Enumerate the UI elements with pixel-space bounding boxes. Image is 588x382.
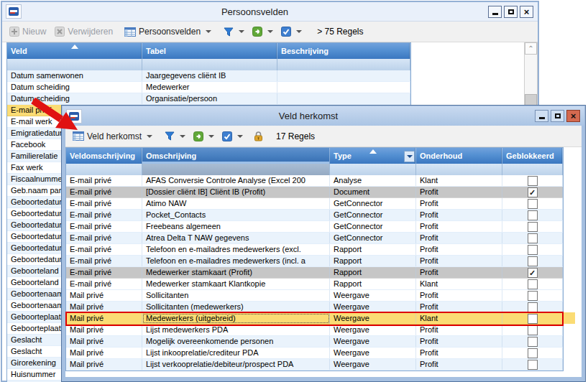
table-row[interactable]: Datum scheidingOrganisatie/persoon (7, 93, 410, 105)
filter-cell-tabel[interactable] (142, 59, 277, 70)
veld-herkomst-titlebar[interactable]: Veld herkomst (63, 106, 584, 126)
geblokkeerd-checkbox[interactable] (528, 325, 538, 335)
verwijderen-button[interactable]: Verwijderen (52, 24, 116, 39)
table-row[interactable]: E-mail privéPocket_ContactsGetConnectorP… (66, 210, 563, 221)
cell-onderhoud: Profit (416, 221, 502, 232)
window-controls (535, 110, 580, 122)
cell-type: Rapport (330, 267, 416, 278)
minimize-button[interactable] (488, 6, 502, 18)
geblokkeerd-checkbox[interactable] (528, 256, 538, 266)
chevron-down-icon (237, 135, 243, 138)
table-row[interactable]: Datum scheidingMedewerker (7, 82, 410, 93)
geblokkeerd-checkbox[interactable] (528, 199, 538, 209)
geblokkeerd-checkbox[interactable] (528, 360, 538, 370)
cell-onderhoud: Profit (416, 210, 502, 220)
table-row[interactable]: Mail privéMogelijk overeenkomende person… (66, 336, 563, 348)
geblokkeerd-checkbox[interactable] (528, 210, 538, 220)
nieuw-label: Nieuw (22, 27, 46, 37)
table-row[interactable]: Mail privéSollicitantenWeergaveProfit (66, 290, 563, 302)
table-row[interactable]: E-mail privéMedewerker stamkaart Klantko… (66, 279, 563, 290)
cell-type: Rapport (330, 279, 416, 289)
geblokkeerd-checkbox[interactable] (528, 279, 538, 289)
minimize-button[interactable] (535, 110, 548, 122)
table-row[interactable]: Mail privéMedewerkers (uitgebreid)Weerga… (66, 313, 563, 325)
column-header-beschrijving[interactable]: Beschrijving (277, 43, 410, 59)
table-row[interactable]: E-mail privéAtimo NAWGetConnectorProfit (66, 198, 563, 210)
filter-cell-onderhoud[interactable] (416, 164, 502, 175)
persoonsvelden-menu-button[interactable]: Persoonsvelden (121, 24, 216, 39)
minimize-icon (492, 9, 498, 15)
maximize-button[interactable] (551, 110, 564, 122)
close-button[interactable] (566, 110, 580, 122)
filter-cell-geblokkeerd[interactable] (502, 164, 563, 175)
geblokkeerd-checkbox[interactable] (528, 222, 538, 232)
table-row[interactable]: E-mail privéAtrea Delta T NAW gegevensGe… (66, 233, 563, 244)
geblokkeerd-checkbox[interactable] (528, 245, 538, 255)
filter-cell-omschrijving[interactable] (142, 164, 330, 175)
filter-button[interactable] (221, 24, 249, 39)
maximize-button[interactable] (504, 6, 518, 18)
table-row[interactable]: E-mail privé[Dossier cliënt IB] Cliënt I… (66, 187, 563, 198)
chevron-down-icon (407, 155, 413, 158)
geblokkeerd-checkbox[interactable] (528, 176, 538, 186)
column-header-onderhoud[interactable]: Onderhoud (416, 148, 502, 164)
table-row[interactable]: E-mail privéFreebeans algemeenGetConnect… (66, 221, 563, 233)
grid-filter-row (66, 164, 563, 175)
table-row[interactable]: Mail privéLijst inkooprelatie/crediteur … (66, 348, 563, 359)
export-button[interactable] (249, 24, 278, 39)
column-header-geblokkeerd[interactable]: Geblokkeerd (502, 148, 563, 164)
cell-onderhoud: Profit (416, 325, 502, 335)
veld-herkomst-menu-button[interactable]: Veld herkomst (70, 129, 157, 144)
cell-veldomschrijving: E-mail privé (66, 175, 142, 186)
app-logo-icon (66, 109, 82, 124)
cell-onderhoud: Profit (416, 267, 502, 278)
column-header-omschrijving[interactable]: Omschrijving (142, 148, 330, 164)
table-row[interactable]: Datum samenwonenJaargegevens cliënt IB (7, 70, 410, 82)
table-row[interactable]: E-mail privéAFAS Conversie Controle Anal… (66, 175, 563, 187)
table-row[interactable]: Mail privéSollicitanten (medewerkers)Wee… (66, 302, 563, 313)
filter-cell-veldomschrijving[interactable] (66, 164, 142, 175)
filter-cell-type[interactable] (330, 164, 416, 175)
select-button[interactable] (219, 129, 248, 144)
veld-herkomst-grid: VeldomschrijvingOmschrijvingTypeOnderhou… (65, 147, 564, 371)
table-row[interactable]: Mail privéLijst medewerkers PDAWeergaveP… (66, 325, 563, 336)
filter-cell-beschrijving[interactable] (277, 59, 410, 70)
column-header-tabel[interactable]: Tabel (142, 43, 277, 59)
cell-omschrijving: Lijst medewerkers PDA (142, 325, 330, 335)
geblokkeerd-checkbox[interactable] (528, 291, 538, 301)
filter-funnel-icon (165, 131, 175, 141)
cell-onderhoud: Profit (416, 302, 502, 312)
persoonsvelden-titlebar[interactable]: Persoonsvelden (2, 2, 538, 22)
filter-cell-veld[interactable] (7, 59, 142, 70)
geblokkeerd-checkbox[interactable] (528, 187, 538, 197)
cell-omschrijving: Telefoon en e-mailadres medewerkers (inc… (142, 256, 330, 266)
column-header-veldomschrijving[interactable]: Veldomschrijving (66, 148, 142, 164)
cell-veldomschrijving: E-mail privé (66, 187, 142, 197)
grid-rows: E-mail privéAFAS Conversie Controle Anal… (66, 175, 563, 371)
geblokkeerd-checkbox[interactable] (528, 337, 538, 347)
export-button[interactable] (190, 129, 219, 144)
geblokkeerd-checkbox[interactable] (528, 268, 538, 278)
cell-geblokkeerd (502, 267, 563, 278)
selected-row-side-strip (563, 312, 575, 324)
table-row[interactable]: Mail privéLijst verkooprelatie/debiteur/… (66, 359, 563, 371)
type-filter-dropdown[interactable] (404, 151, 415, 162)
cell-omschrijving: Freebeans algemeen (142, 221, 330, 232)
close-button[interactable] (520, 6, 533, 18)
table-row[interactable]: E-mail privéTelefoon en e-mailadres mede… (66, 256, 563, 267)
geblokkeerd-checkbox[interactable] (528, 302, 538, 312)
cell-veld: Datum samenwonen (7, 70, 142, 81)
table-row[interactable]: E-mail privéMedewerker stamkaart (Profit… (66, 267, 563, 279)
blue-check-icon (222, 131, 232, 141)
filter-button[interactable] (162, 129, 190, 144)
geblokkeerd-checkbox[interactable] (528, 314, 538, 324)
scroll-up-button[interactable] (525, 42, 537, 55)
geblokkeerd-checkbox[interactable] (528, 348, 538, 358)
nieuw-button[interactable]: Nieuw (6, 24, 49, 39)
geblokkeerd-checkbox[interactable] (528, 233, 538, 243)
lock-button[interactable] (251, 129, 266, 144)
cell-geblokkeerd (502, 175, 563, 186)
verwijderen-label: Verwijderen (68, 27, 113, 37)
select-button[interactable] (278, 24, 307, 39)
table-row[interactable]: E-mail privéTelefoon en e-mailadres mede… (66, 244, 563, 256)
